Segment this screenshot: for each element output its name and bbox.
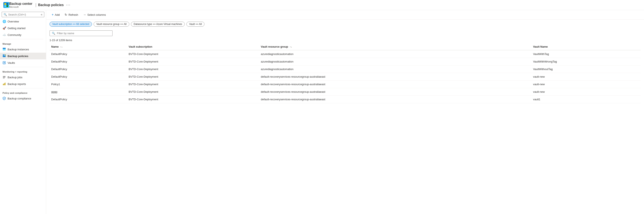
sidebar-item-label: Backup instances <box>8 48 29 51</box>
main-content: + Add ↻ Refresh → Select columns Vault s… <box>46 10 644 214</box>
sidebar-item-backup-jobs[interactable]: Backup jobs <box>0 74 46 80</box>
table-row[interactable]: DefaultPolicyBVTD-Core-Deploymentazuredi… <box>50 66 641 73</box>
sidebar-item-label: Backup policies <box>8 54 28 58</box>
column-name[interactable]: Name ↑↓ <box>50 44 127 50</box>
vault-filter-label: Vault == All <box>189 23 202 26</box>
table-row[interactable]: DefaultPolicyBVTD-Core-Deploymentdefault… <box>50 73 641 80</box>
sidebar-collapse-icon[interactable]: « <box>41 13 42 16</box>
cell-vault_subscription: BVTD-Core-Deployment <box>127 96 259 103</box>
sidebar-item-label: Backup jobs <box>8 76 22 79</box>
cell-name: DefaultPolicy <box>50 58 127 66</box>
filter-search-row: 🔍 <box>46 29 644 38</box>
search-input[interactable] <box>8 13 40 16</box>
sidebar: 🔍 « 🌐 Overview 🚀 Getting started ☁️ Comm… <box>0 10 46 214</box>
cell-vault_resource_group: default-recoveryservices-resourcegroup-a… <box>259 96 531 103</box>
filter-by-name-input[interactable] <box>57 32 110 35</box>
sidebar-item-community[interactable]: ☁️ Community <box>0 32 46 38</box>
cell-vault_subscription: BVTD-Core-Deployment <box>127 58 259 66</box>
sidebar-item-label: Community <box>8 33 22 36</box>
policy-icon <box>2 54 6 58</box>
cell-vault_resource_group: default-recoveryservices-resourcegroup-a… <box>259 73 531 80</box>
divider-policy <box>2 88 44 88</box>
sidebar-item-backup-reports[interactable]: Backup reports <box>0 80 46 87</box>
table-row[interactable]: DefaultPolicyBVTD-Core-Deploymentazuredi… <box>50 50 641 58</box>
sidebar-item-getting-started[interactable]: 🚀 Getting started <box>0 25 46 32</box>
app-logo-icon <box>3 2 9 8</box>
cell-vault_subscription: BVTD-Core-Deployment <box>127 73 259 80</box>
rocket-icon: 🚀 <box>2 26 6 30</box>
cell-vault_resource_group: azurediagnosticautomation <box>259 58 531 66</box>
svg-rect-1 <box>3 49 6 50</box>
cell-vault_subscription: BVTD-Core-Deployment <box>127 66 259 73</box>
select-columns-button[interactable]: → Select columns <box>81 12 108 18</box>
compliance-icon <box>2 97 6 100</box>
vault-subscription-filter[interactable]: Vault subscription == 66 selected <box>50 22 92 27</box>
sidebar-item-vaults[interactable]: Vaults <box>0 59 46 66</box>
divider-manage <box>2 39 44 39</box>
cell-vault_name: VaultWithWrongTag <box>531 58 641 66</box>
refresh-label: Refresh <box>68 13 78 16</box>
cell-vault_name: vault-new <box>531 80 641 88</box>
globe-icon: 🌐 <box>2 20 6 23</box>
sidebar-item-backup-instances[interactable]: Backup instances <box>0 46 46 53</box>
column-vault-subscription[interactable]: Vault subscription <box>127 44 259 50</box>
cell-vault_name: VaultWithoutTag <box>531 66 641 73</box>
more-options-icon[interactable]: ··· <box>66 3 70 7</box>
datasource-type-filter[interactable]: Datasource type == Azure Virtual machine… <box>131 22 185 27</box>
cell-name: gggg <box>50 88 127 96</box>
cell-vault_subscription: BVTD-Core-Deployment <box>127 50 259 58</box>
manage-section-label: Manage <box>0 40 46 46</box>
policy-section-label: Policy and compliance <box>0 89 46 95</box>
table-row[interactable]: DefaultPolicyBVTD-Core-Deploymentazuredi… <box>50 58 641 66</box>
table-row[interactable]: Policy1BVTD-Core-Deploymentdefault-recov… <box>50 80 641 88</box>
svg-rect-3 <box>3 56 6 57</box>
sidebar-item-backup-compliance[interactable]: Backup compliance <box>0 95 46 102</box>
svg-rect-2 <box>3 54 4 56</box>
add-button[interactable]: + Add <box>50 12 62 18</box>
search-icon: 🔍 <box>4 13 7 16</box>
app-header: Backup center Microsoft | Backup policie… <box>0 0 644 10</box>
instance-icon <box>2 48 6 51</box>
cell-vault_resource_group: default-recoveryservices-resourcegroup-a… <box>259 80 531 88</box>
svg-point-6 <box>4 62 5 63</box>
sort-icon-resource-group: ↑↓ <box>290 46 292 48</box>
community-icon: ☁️ <box>2 33 6 36</box>
items-count: 1-15 of 1209 items <box>46 38 644 44</box>
vault-subscription-filter-label: Vault subscription == 66 selected <box>52 23 89 26</box>
cell-vault_name: vault1 <box>531 96 641 103</box>
add-icon: + <box>52 13 54 16</box>
refresh-button[interactable]: ↻ Refresh <box>62 12 80 18</box>
sort-icon-name: ↑↓ <box>60 46 62 48</box>
sidebar-item-label: Getting started <box>8 27 26 30</box>
cell-vault_name: vault-new <box>531 88 641 96</box>
filter-search-box[interactable]: 🔍 <box>50 30 112 36</box>
sidebar-item-backup-policies[interactable]: Backup policies <box>0 53 46 59</box>
app-subtitle: Microsoft <box>9 6 32 8</box>
vault-icon <box>2 61 6 64</box>
sidebar-item-overview[interactable]: 🌐 Overview <box>0 18 46 25</box>
sidebar-search-box[interactable]: 🔍 « <box>2 12 44 17</box>
svg-rect-11 <box>4 83 4 85</box>
filter-search-icon: 🔍 <box>52 32 55 35</box>
divider-monitoring <box>2 67 44 67</box>
vault-resource-group-filter[interactable]: Vault resource group == All <box>94 22 129 27</box>
sidebar-item-label: Vaults <box>8 61 15 64</box>
cell-vault_subscription: BVTD-Core-Deployment <box>127 88 259 96</box>
column-vault-name[interactable]: Vault Name <box>531 44 641 50</box>
table-row[interactable]: ggggBVTD-Core-Deploymentdefault-recovery… <box>50 88 641 96</box>
cell-vault_name: vault-new <box>531 73 641 80</box>
table-row[interactable]: DefaultPolicyBVTD-Core-Deploymentdefault… <box>50 96 641 103</box>
datasource-type-filter-label: Datasource type == Azure Virtual machine… <box>134 23 182 26</box>
reports-icon <box>2 82 6 86</box>
column-vault-resource-group[interactable]: Vault resource group ↑↓ <box>259 44 531 50</box>
header-separator: | <box>35 2 36 7</box>
vault-filter[interactable]: Vault == All <box>186 22 204 27</box>
sidebar-item-label: Overview <box>8 20 19 23</box>
table-header-row: Name ↑↓ Vault subscription Vault resourc… <box>50 44 641 50</box>
svg-rect-0 <box>3 48 6 49</box>
svg-rect-4 <box>5 54 6 56</box>
vault-resource-group-filter-label: Vault resource group == All <box>96 23 126 26</box>
cell-name: Policy1 <box>50 80 127 88</box>
page-title: Backup policies <box>38 3 64 7</box>
select-columns-icon: → <box>83 13 86 16</box>
